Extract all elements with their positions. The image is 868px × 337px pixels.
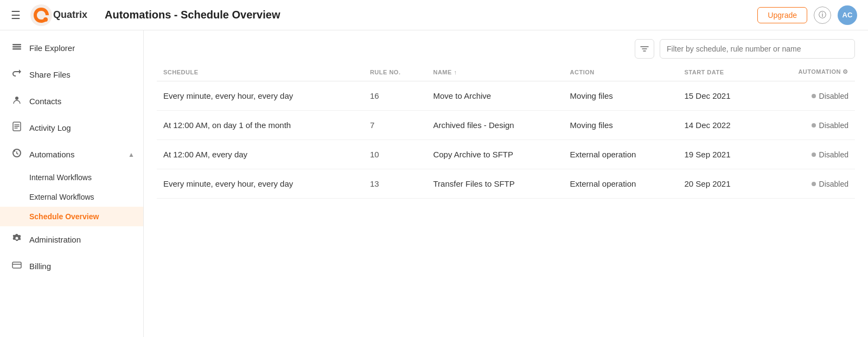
administration-icon xyxy=(11,233,23,246)
hamburger-icon[interactable]: ☰ xyxy=(11,9,21,22)
cell-start-date: 15 Dec 2021 xyxy=(678,81,763,111)
cell-schedule: At 12:00 AM, on day 1 of the month xyxy=(157,111,363,140)
cell-rule-no: 10 xyxy=(363,140,427,169)
cell-status: Disabled xyxy=(763,169,855,199)
cell-status: Disabled xyxy=(763,81,855,111)
sidebar-submenu-external-workflows[interactable]: External Workflows xyxy=(0,187,143,207)
sidebar-label-contacts: Contacts xyxy=(29,97,61,106)
sidebar-item-automations[interactable]: Automations ▲ xyxy=(0,141,143,168)
automations-icon xyxy=(11,148,23,161)
sidebar-item-share-files[interactable]: Share Files xyxy=(0,61,143,88)
content-area: SCHEDULE RULE NO. NAME ↑ ACTION START DA… xyxy=(144,30,868,337)
cell-action: External operation xyxy=(564,140,678,169)
cell-schedule: Every minute, every hour, every day xyxy=(157,81,363,111)
col-name[interactable]: NAME ↑ xyxy=(426,63,563,81)
cell-action: External operation xyxy=(564,169,678,199)
col-schedule: SCHEDULE xyxy=(157,63,363,81)
contacts-icon xyxy=(11,94,23,108)
cell-action: Moving files xyxy=(564,81,678,111)
external-workflows-label: External Workflows xyxy=(29,193,94,201)
sidebar-item-contacts[interactable]: Contacts xyxy=(0,88,143,115)
activity-log-icon xyxy=(11,121,23,135)
table-row: At 12:00 AM, on day 1 of the month 7 Arc… xyxy=(157,111,855,140)
chevron-up-icon: ▲ xyxy=(128,151,135,158)
sidebar-item-billing[interactable]: Billing xyxy=(0,253,143,279)
sidebar-item-administration[interactable]: Administration xyxy=(0,226,143,253)
sidebar-submenu-automations: Internal Workflows External Workflows Sc… xyxy=(0,168,143,226)
sidebar-label-share-files: Share Files xyxy=(29,70,71,79)
sidebar-label-activity-log: Activity Log xyxy=(29,123,71,132)
col-rule-no: RULE NO. xyxy=(363,63,427,81)
cell-name: Copy Archive to SFTP xyxy=(426,140,563,169)
table-row: Every minute, every hour, every day 13 T… xyxy=(157,169,855,199)
sidebar-label-automations: Automations xyxy=(29,150,74,159)
share-icon xyxy=(11,68,23,81)
cell-name: Transfer Files to SFTP xyxy=(426,169,563,199)
svg-point-5 xyxy=(15,97,18,100)
status-dot xyxy=(812,152,816,157)
status-dot xyxy=(812,94,816,98)
sidebar-label-file-explorer: File Explorer xyxy=(29,43,75,53)
col-start-date: START DATE xyxy=(678,63,763,81)
table-body: Every minute, every hour, every day 16 M… xyxy=(157,81,855,199)
cell-rule-no: 7 xyxy=(363,111,427,140)
cell-name: Move to Archive xyxy=(426,81,563,111)
cell-status: Disabled xyxy=(763,140,855,169)
page-title: Automations - Schedule Overview xyxy=(105,9,280,21)
status-text: Disabled xyxy=(819,121,848,130)
col-automation: AUTOMATION ⚙ xyxy=(763,63,855,81)
schedule-overview-label: Schedule Overview xyxy=(29,212,99,221)
svg-rect-7 xyxy=(12,262,21,268)
status-text: Disabled xyxy=(819,92,848,100)
sidebar-label-administration: Administration xyxy=(29,235,81,244)
logo-area: Quatrix xyxy=(29,3,87,27)
cell-action: Moving files xyxy=(564,111,678,140)
sidebar: File Explorer Share Files Contacts Activ… xyxy=(0,30,144,337)
filter-bar xyxy=(144,30,868,63)
billing-icon xyxy=(11,259,23,273)
filter-options-button[interactable] xyxy=(635,39,654,59)
sort-arrow: ↑ xyxy=(454,69,457,75)
logo-icon xyxy=(29,3,53,27)
sidebar-submenu-internal-workflows[interactable]: Internal Workflows xyxy=(0,168,143,187)
svg-rect-2 xyxy=(12,44,21,46)
internal-workflows-label: Internal Workflows xyxy=(29,173,92,182)
cell-start-date: 14 Dec 2022 xyxy=(678,111,763,140)
cell-schedule: At 12:00 AM, every day xyxy=(157,140,363,169)
table-row: Every minute, every hour, every day 16 M… xyxy=(157,81,855,111)
svg-rect-3 xyxy=(12,46,21,48)
status-dot xyxy=(812,182,816,186)
cell-rule-no: 13 xyxy=(363,169,427,199)
cell-start-date: 20 Sep 2021 xyxy=(678,169,763,199)
sidebar-item-activity-log[interactable]: Activity Log xyxy=(0,115,143,141)
cell-rule-no: 16 xyxy=(363,81,427,111)
cell-start-date: 19 Sep 2021 xyxy=(678,140,763,169)
main-layout: File Explorer Share Files Contacts Activ… xyxy=(0,30,868,337)
cell-name: Archived files - Design xyxy=(426,111,563,140)
status-dot xyxy=(812,123,816,128)
brand-name: Quatrix xyxy=(53,9,87,21)
cell-schedule: Every minute, every hour, every day xyxy=(157,169,363,199)
status-text: Disabled xyxy=(819,180,848,188)
table-row: At 12:00 AM, every day 10 Copy Archive t… xyxy=(157,140,855,169)
sidebar-submenu-schedule-overview[interactable]: Schedule Overview xyxy=(0,207,143,226)
sidebar-label-billing: Billing xyxy=(29,262,51,271)
table-header-row: SCHEDULE RULE NO. NAME ↑ ACTION START DA… xyxy=(157,63,855,81)
layers-icon xyxy=(11,41,23,55)
col-action: ACTION xyxy=(564,63,678,81)
svg-point-1 xyxy=(43,17,48,22)
filter-input[interactable] xyxy=(660,39,855,59)
sidebar-item-file-explorer[interactable]: File Explorer xyxy=(0,35,143,61)
table-container: SCHEDULE RULE NO. NAME ↑ ACTION START DA… xyxy=(144,63,868,337)
upgrade-button[interactable]: Upgrade xyxy=(757,7,807,23)
avatar[interactable]: AC xyxy=(838,5,857,25)
cell-status: Disabled xyxy=(763,111,855,140)
svg-rect-4 xyxy=(12,48,21,50)
header: ☰ Quatrix Automations - Schedule Overvie… xyxy=(0,0,868,30)
info-icon[interactable]: ⓘ xyxy=(814,7,831,24)
status-text: Disabled xyxy=(819,150,848,159)
schedule-table: SCHEDULE RULE NO. NAME ↑ ACTION START DA… xyxy=(157,63,855,199)
